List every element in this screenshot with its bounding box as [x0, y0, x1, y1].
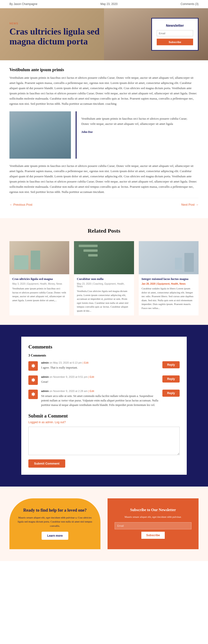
reply-button-3[interactable]: Reply: [162, 390, 180, 397]
publish-date: May 23, 2020: [100, 2, 118, 6]
comment-edit-link-1[interactable]: | Edit: [83, 361, 89, 364]
author-label: By Jason Champagne: [10, 2, 37, 6]
cta-card-newsletter: Subscribe to Our Newsletter Mauris ornar…: [108, 498, 198, 550]
newsletter-email-input[interactable]: [157, 30, 193, 36]
comment-meta-3: admin on November 9, 2020 at 2:28 am | E…: [41, 390, 159, 392]
prev-post-link[interactable]: ← Previous Post: [10, 203, 32, 206]
comment-item-2: ✱ admin on November 9, 2020 at 9:51 pm |…: [28, 376, 180, 385]
related-posts-section: Related Posts Cras ultricies ligula sed …: [0, 218, 208, 325]
related-card-3-title: Integer euismod lacus luctus magna: [142, 277, 196, 281]
article-paragraph-1: Vestibulum ante ipsum primis in faucibus…: [10, 75, 198, 106]
comment-text-1: I agree. That is really important.: [41, 366, 159, 370]
comment-body-2: admin on November 9, 2020 at 9:51 pm | E…: [41, 376, 159, 384]
quote-author: John Doe: [81, 130, 194, 134]
hero-title: Cras ultricies ligula sed magna dictum p…: [10, 27, 104, 46]
related-card-1-text: Vestibulum ante ipsum primis in faucibus…: [12, 286, 66, 302]
next-post-link[interactable]: Next Post →: [181, 203, 198, 206]
related-posts-grid: Cras ultricies ligula sed magna May 3, 2…: [10, 241, 198, 316]
comments-section: Comments 3 Comments ✱ admin on May 23, 2…: [0, 325, 208, 486]
submit-comment-button[interactable]: Submit Comment: [28, 459, 65, 468]
newsletter-subscribe-button[interactable]: Subscribe: [157, 39, 193, 46]
related-posts-title: Related Posts: [10, 228, 198, 234]
comment-avatar-3: ✱: [28, 390, 38, 399]
cta-newsletter-title: Subscribe to Our Newsletter: [115, 508, 192, 512]
post-navigation: ← Previous Post Next Post →: [10, 198, 198, 211]
cta-newsletter-text: Mauris ornare aliquet elit, eget tincidu…: [115, 515, 192, 519]
comment-textarea[interactable]: [28, 427, 180, 455]
article-section: Vestibulum ante ipsum primis Vestibulum …: [0, 60, 208, 218]
comment-avatar-1: ✱: [28, 361, 38, 371]
cta-help-title: Ready to find help for a loved one?: [16, 508, 93, 513]
comment-edit-link-2[interactable]: | Edit: [88, 376, 94, 378]
comments-title: Comments: [28, 344, 180, 350]
related-card-1-title: Cras ultricies ligula sed magna: [12, 277, 66, 281]
article-image: [10, 111, 71, 159]
article-image-block: Vestibulum ante ipsum primis in faucibus…: [10, 111, 198, 159]
related-card-2-title: Curabitur non nulla: [77, 277, 131, 281]
comment-text-2: Great!: [41, 380, 159, 384]
comments-box: Comments 3 Comments ✱ admin on May 23, 2…: [21, 337, 187, 475]
cta-card-help: Ready to find help for a loved one? Maur…: [10, 498, 100, 550]
related-card-3-meta: Jan 28, 2020 | Equipment, Health, News: [142, 282, 196, 285]
comment-meta-1: admin on May 23, 2020 at 6:13 pm | Edit: [41, 361, 159, 364]
comment-text-3: Sit ornare arcu odio ut sem. Sit amet co…: [41, 394, 159, 408]
comment-body-1: admin on May 23, 2020 at 6:13 pm | Edit …: [41, 361, 159, 370]
related-card-1-meta: May 3, 2020 | Equipment, Health, Money, …: [12, 282, 66, 285]
reply-button-1[interactable]: Reply: [162, 361, 180, 368]
hero-section: News Cras ultricies ligula sed magna dic…: [0, 8, 208, 60]
footer-cta-section: Ready to find help for a loved one? Maur…: [0, 486, 208, 561]
newsletter-widget: Newsletter Subscribe: [151, 18, 198, 51]
related-card-2: Curabitur non nulla May 23, 2020 | Coach…: [74, 241, 134, 316]
related-card-3: Integer euismod lacus luctus magna Jan 2…: [139, 241, 198, 316]
reply-button-2[interactable]: Reply: [162, 376, 180, 382]
comment-avatar-2: ✱: [28, 376, 38, 385]
cta-help-text: Mauris ornare aliquet elit, eget tincidu…: [16, 516, 93, 528]
comment-item-3: ✱ admin on November 9, 2020 at 2:28 am |…: [28, 390, 180, 408]
comment-item-1: ✱ admin on May 23, 2020 at 6:13 pm | Edi…: [28, 361, 180, 371]
quote-text: Vestibulum ante ipsum primis in faucibus…: [81, 116, 194, 126]
newsletter-title: Newsletter: [157, 24, 193, 28]
related-card-1: Cras ultricies ligula sed magna May 3, 2…: [10, 241, 69, 316]
header-bar: By Jason Champagne May 23, 2020 Comments…: [0, 0, 208, 8]
comment-meta-2: admin on November 9, 2020 at 9:51 pm | E…: [41, 376, 159, 378]
logged-in-text: Logged in as admin. Log out?: [28, 420, 180, 424]
cta-subscribe-button[interactable]: Subscribe: [141, 532, 164, 539]
article-quote: Vestibulum ante ipsum primis in faucibus…: [76, 111, 198, 159]
submit-comment-section: Submit a Comment Logged in as admin. Log…: [28, 413, 180, 468]
article-section-title: Vestibulum ante ipsum primis: [10, 68, 198, 72]
submit-comment-title: Submit a Comment: [28, 413, 180, 419]
related-card-3-text: Curabitur sodales ligula in libero Lorem…: [142, 286, 196, 310]
comments-count: Comments (3): [180, 2, 198, 6]
related-card-2-text: Vestibulu.Cras ultricies ligula sed magn…: [77, 289, 131, 312]
article-paragraph-2: Vestibulum ante ipsum primis in faucibus…: [10, 163, 198, 195]
cta-learn-more-button[interactable]: Learn more: [42, 532, 68, 540]
comment-body-3: admin on November 9, 2020 at 2:28 am | E…: [41, 390, 159, 408]
comments-count-label: 3 Comments: [28, 354, 180, 358]
cta-email-input[interactable]: [115, 522, 192, 529]
comment-edit-link-3[interactable]: | Edit: [88, 390, 94, 392]
related-card-2-meta: May 23, 2020 | Coaching, Equipment, Heal…: [77, 282, 131, 288]
